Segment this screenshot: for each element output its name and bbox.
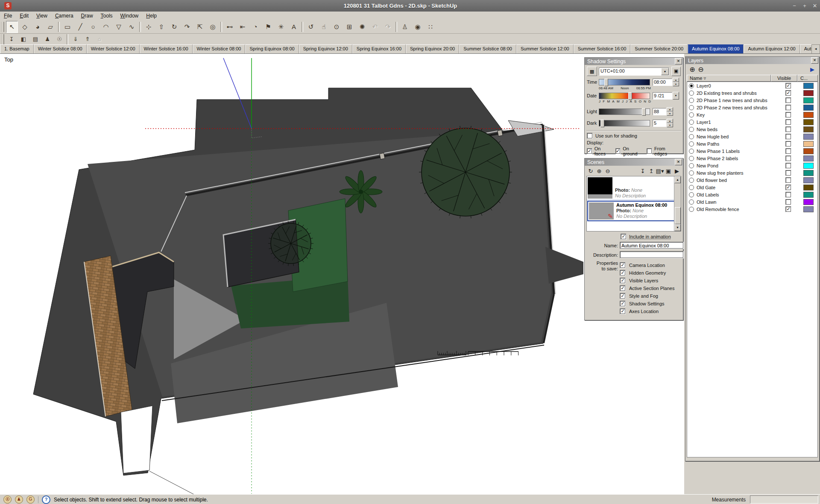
layer-row[interactable]: 2D Phase 1 new trees and shrubs — [687, 97, 817, 104]
viewport-canvas[interactable] — [0, 54, 684, 495]
walk-tool-button[interactable]: ∷ — [425, 21, 436, 33]
light-spinner[interactable]: ▲▼ — [667, 107, 673, 116]
minimize-button[interactable]: − — [789, 3, 800, 9]
tab-scroll-button[interactable]: ◂ — [811, 44, 820, 54]
layer-visible-checkbox[interactable]: ✓ — [785, 185, 791, 190]
share-model-button[interactable]: ⇑ — [82, 34, 93, 44]
freehand-tool-button[interactable]: ∿ — [126, 21, 138, 33]
rotate-tool-button[interactable]: ↻ — [168, 21, 180, 33]
scale-tool-button[interactable]: ⇱ — [194, 21, 206, 33]
layer-color-swatch[interactable] — [803, 192, 814, 198]
layer-color-swatch[interactable] — [803, 126, 814, 132]
layer-visible-checkbox[interactable] — [785, 170, 791, 176]
select-tool-button[interactable]: ↖ — [6, 21, 18, 33]
name-column-header[interactable]: Name ▿ — [687, 75, 771, 82]
menu-tools[interactable]: Tools — [97, 12, 117, 20]
scroll-up-icon[interactable]: ▲ — [674, 176, 681, 183]
layer-color-swatch[interactable] — [803, 90, 814, 96]
layer-visible-checkbox[interactable] — [785, 155, 791, 161]
protractor-tool-button[interactable]: ◔ — [249, 21, 261, 33]
layer-active-radio[interactable] — [689, 199, 694, 205]
layer-active-radio[interactable] — [689, 105, 694, 110]
polygon-tool-button[interactable]: ▽ — [113, 21, 125, 33]
layer-row[interactable]: 2D Existing trees and shrubs✓ — [687, 89, 817, 97]
layer-row[interactable]: New Hugle bed — [687, 133, 817, 140]
move-tool-button[interactable]: ⊹ — [143, 21, 155, 33]
dark-slider-thumb[interactable] — [600, 120, 604, 127]
show-details-icon[interactable]: ▣ — [664, 167, 673, 175]
layers-titlebar[interactable]: Layers ✕ — [685, 57, 819, 64]
layer-active-radio[interactable] — [689, 127, 694, 132]
spinner-up-icon[interactable]: ▲ — [667, 119, 673, 123]
property-active-section-planes-checkbox[interactable]: ✓ — [620, 285, 626, 291]
zoom-tool-button[interactable]: ⊙ — [331, 21, 343, 33]
layer-active-radio[interactable] — [689, 178, 694, 183]
layer-color-swatch[interactable] — [803, 177, 814, 183]
tape-measure-button[interactable]: ⊷ — [224, 21, 236, 33]
eraser-button[interactable]: ▱ — [44, 21, 56, 33]
layer-visible-checkbox[interactable] — [785, 119, 791, 125]
light-slider-thumb[interactable] — [642, 108, 646, 116]
display-from-edges-checkbox[interactable] — [647, 148, 652, 154]
menu-camera[interactable]: Camera — [51, 12, 77, 20]
display-on-faces-checkbox[interactable]: ✓ — [587, 148, 592, 154]
layer-visible-checkbox[interactable] — [785, 126, 791, 132]
rectangle-tool-button[interactable]: ▭ — [62, 21, 73, 33]
layer-visible-checkbox[interactable]: ✓ — [785, 206, 791, 212]
scene-tab-7[interactable]: Spring Equinox 12:00 — [299, 44, 352, 53]
layer-row[interactable]: Old Gate✓ — [687, 184, 817, 191]
layer-visible-checkbox[interactable] — [785, 199, 791, 205]
scene-tab-3[interactable]: Winter Solstice 12:00 — [87, 44, 140, 53]
pan-tool-button[interactable]: ☝ — [318, 21, 330, 33]
property-axes-location-checkbox[interactable]: ✓ — [620, 308, 626, 314]
layer-active-radio[interactable] — [689, 120, 694, 125]
date-slider[interactable] — [599, 93, 650, 99]
scene-tab-6[interactable]: Spring Equinox 08:00 — [245, 44, 299, 53]
layer-row[interactable]: 2D Phase 2 new trees and shrubs — [687, 104, 817, 111]
spinner-down-icon[interactable]: ▼ — [673, 82, 679, 86]
spinner-up-icon[interactable]: ▲ — [667, 107, 673, 111]
gate[interactable] — [121, 406, 152, 473]
line-tool-button[interactable]: ╱ — [74, 21, 86, 33]
layer-row[interactable]: New beds — [687, 126, 817, 133]
menu-draw[interactable]: Draw — [77, 12, 97, 20]
maximize-button[interactable]: + — [800, 3, 810, 9]
offset-tool-button[interactable]: ◎ — [207, 21, 219, 33]
layer-active-radio[interactable] — [689, 156, 694, 161]
add-layer-button[interactable]: ⊕ — [688, 65, 697, 74]
layer-row[interactable]: Key — [687, 111, 817, 118]
layer-row[interactable]: New Pond — [687, 162, 817, 169]
add-person-button[interactable]: ♟ — [42, 34, 53, 44]
menu-file[interactable]: File — [0, 12, 16, 20]
layers-menu-button[interactable]: ▶ — [808, 65, 817, 74]
layer-active-radio[interactable] — [689, 141, 694, 147]
menu-view[interactable]: View — [32, 12, 51, 20]
scene-tab-12[interactable]: Summer Solstice 16:00 — [574, 44, 631, 53]
layer-color-swatch[interactable] — [803, 148, 814, 154]
layer-color-swatch[interactable] — [803, 83, 814, 89]
google-earth-preview-button[interactable]: ☉ — [54, 34, 65, 44]
layers-list[interactable]: Layer0✓2D Existing trees and shrubs✓2D P… — [687, 82, 818, 457]
make-component-button[interactable]: ◇ — [19, 21, 31, 33]
property-style-and-fog-checkbox[interactable]: ✓ — [620, 293, 626, 299]
circle-tool-button[interactable]: ○ — [87, 21, 99, 33]
scroll-down-icon[interactable]: ▼ — [674, 224, 681, 231]
light-value[interactable]: 88 — [653, 108, 666, 115]
layer-active-radio[interactable] — [689, 149, 694, 154]
close-icon[interactable]: ✕ — [675, 58, 682, 64]
scene-description-input[interactable] — [620, 251, 684, 258]
expand-panel-button[interactable]: ▣ — [671, 67, 681, 76]
toggle-shadows-icon[interactable]: ▩ — [587, 67, 597, 76]
layer-color-swatch[interactable] — [803, 185, 814, 190]
scene-tab-11[interactable]: Summer Solstice 12:00 — [516, 44, 574, 53]
layer-active-radio[interactable] — [689, 134, 694, 139]
scenes-titlebar[interactable]: Scenes ✕ — [585, 158, 683, 166]
layer-row[interactable]: New Phase 2 labels — [687, 155, 817, 162]
signin-icon[interactable]: G — [26, 495, 35, 504]
display-on-ground-checkbox[interactable]: ✓ — [615, 148, 621, 154]
follow-me-tool-button[interactable]: ↷ — [181, 21, 193, 33]
layer-visible-checkbox[interactable] — [785, 105, 791, 111]
layer-color-swatch[interactable] — [803, 155, 814, 161]
layer-visible-checkbox[interactable] — [785, 134, 791, 140]
text-tool-button[interactable]: ⚑ — [262, 21, 274, 33]
